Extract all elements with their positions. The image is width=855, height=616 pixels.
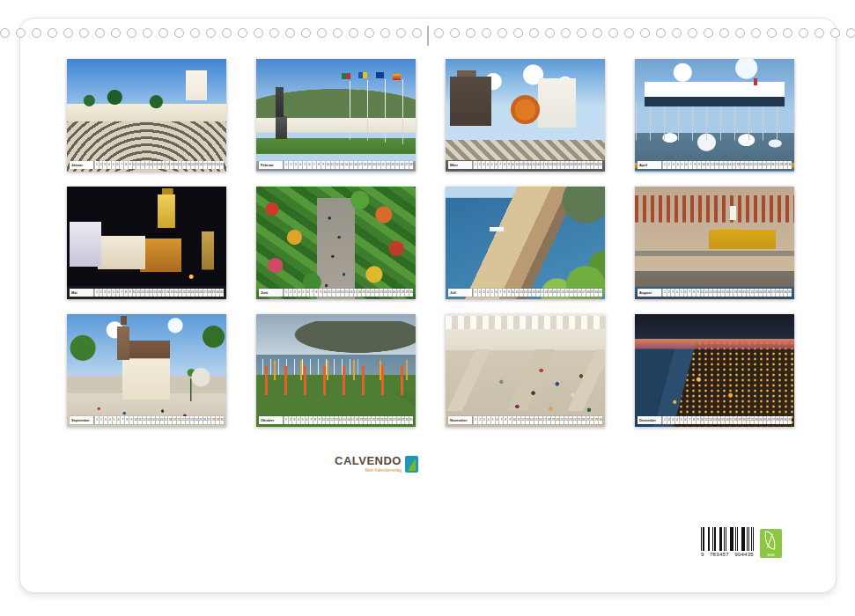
barcode-group-1: 783457	[710, 552, 729, 558]
mini-calendar-days: 1234567891011121314151617181920212223242…	[284, 416, 413, 424]
month-thumbnail-feb: Februar 12345678910111213141516171819202…	[256, 59, 416, 172]
barcode-digits: 9 783457 904435	[701, 552, 754, 558]
month-photo	[256, 59, 416, 172]
month-label: August	[638, 289, 662, 297]
binding-hole	[158, 28, 168, 38]
binding-hole	[640, 28, 650, 38]
mini-calendar-days: 1234567891011121314151617181920212223242…	[94, 161, 224, 169]
calvendo-text-block: CALVENDO Mein Kalenderverlag	[335, 455, 402, 473]
binding-hole	[672, 28, 682, 38]
binding-hole	[79, 28, 89, 38]
binding-hole	[498, 28, 507, 38]
month-label: März	[448, 161, 473, 169]
month-thumbnail-dec: Dezember 1234567891011121314151617181920…	[635, 314, 794, 427]
calendar-back-page: Januar 123456789101112131415161718192021…	[0, 0, 855, 616]
binding-hole	[577, 28, 586, 38]
binding-hole	[656, 28, 666, 38]
binding-hole	[317, 28, 327, 38]
barcode: 9 783457 904435	[699, 526, 755, 559]
binding-hole	[16, 28, 26, 38]
mini-calendar-strip: Oktober 12345678910111213141516171819202…	[259, 416, 413, 424]
month-label: April	[638, 161, 662, 169]
calvendo-tagline: Mein Kalenderverlag	[365, 468, 402, 473]
mini-calendar-strip: Januar 123456789101112131415161718192021…	[70, 161, 224, 169]
binding-hole	[799, 28, 808, 38]
month-thumbnail-jun: Juni 12345678910111213141516171819202122…	[256, 187, 416, 299]
mini-calendar-strip: November 1234567891011121314151617181920…	[448, 416, 602, 424]
barcode-digit-lead: 9	[701, 552, 704, 558]
mini-calendar-days: 1234567891011121314151617181920212223242…	[662, 161, 792, 169]
binding-hole	[814, 28, 824, 38]
binding-hole	[143, 28, 152, 38]
mini-calendar-strip: März 12345678910111213141516171819202122…	[448, 161, 602, 169]
hanger-notch	[427, 26, 429, 46]
calendar-card: Januar 123456789101112131415161718192021…	[19, 18, 837, 593]
month-thumbnail-nov: November 1234567891011121314151617181920…	[446, 314, 605, 427]
binding-hole	[269, 28, 279, 38]
month-label: Juni	[259, 289, 284, 297]
mini-calendar-strip: Juni 12345678910111213141516171819202122…	[259, 289, 413, 297]
binding-hole	[593, 28, 602, 38]
month-thumbnail-apr: April 1234567891011121314151617181920212…	[635, 59, 794, 172]
month-label: Dezember	[638, 416, 662, 424]
calvendo-logo: CALVENDO Mein Kalenderverlag	[335, 455, 418, 473]
binding-hole	[688, 28, 697, 38]
month-photo	[635, 314, 794, 427]
month-thumbnail-jan: Januar 123456789101112131415161718192021…	[67, 59, 226, 172]
binding-hole	[735, 28, 745, 38]
month-thumbnail-oct: Oktober 12345678910111213141516171819202…	[256, 314, 416, 427]
binding-hole	[111, 28, 121, 38]
binding-hole	[285, 28, 295, 38]
eco-badge: eco	[760, 529, 782, 558]
binding-hole	[190, 28, 200, 38]
month-label: Mai	[70, 289, 94, 297]
mini-calendar-strip: September 123456789101112131415161718192…	[70, 416, 224, 424]
binding-hole	[396, 28, 406, 38]
mini-calendar-days: 1234567891011121314151617181920212223242…	[473, 289, 602, 297]
binding-hole	[365, 28, 374, 38]
mini-calendar-strip: Februar 12345678910111213141516171819202…	[259, 161, 413, 169]
month-photo	[635, 59, 794, 172]
month-thumbnail-aug: August 123456789101112131415161718192021…	[635, 187, 794, 299]
month-label: Juli	[448, 289, 473, 297]
month-photo	[67, 187, 226, 299]
month-label: Januar	[70, 161, 94, 169]
mini-calendar-days: 1234567891011121314151617181920212223242…	[473, 161, 602, 169]
binding-hole	[380, 28, 390, 38]
binding-hole	[513, 28, 523, 38]
mini-calendar-strip: Mai 123456789101112131415161718192021222…	[70, 289, 224, 297]
month-photo	[446, 59, 605, 172]
eco-badge-label: eco	[760, 552, 782, 558]
binding-hole	[206, 28, 216, 38]
month-label: November	[448, 416, 473, 424]
month-label: Februar	[259, 161, 284, 169]
binding-holes-right	[434, 28, 855, 38]
binding-hole	[48, 28, 57, 38]
binding-holes-row	[31, 26, 825, 48]
binding-hole	[95, 28, 105, 38]
binding-hole	[238, 28, 247, 38]
binding-hole	[466, 28, 475, 38]
mini-calendar-days: 1234567891011121314151617181920212223242…	[94, 289, 224, 297]
binding-hole	[349, 28, 358, 38]
binding-hole	[0, 28, 10, 38]
month-photo	[446, 314, 605, 427]
binding-hole	[719, 28, 729, 38]
mini-calendar-strip: Juli 12345678910111213141516171819202122…	[448, 289, 602, 297]
month-grid: Januar 123456789101112131415161718192021…	[67, 59, 794, 427]
month-photo	[67, 314, 226, 427]
binding-hole	[608, 28, 618, 38]
binding-hole	[222, 28, 232, 38]
binding-hole	[545, 28, 555, 38]
calvendo-mark-icon	[405, 456, 418, 473]
barcode-group-2: 904435	[734, 552, 754, 558]
mini-calendar-days: 1234567891011121314151617181920212223242…	[662, 289, 792, 297]
binding-hole	[174, 28, 184, 38]
mini-calendar-days: 1234567891011121314151617181920212223242…	[284, 161, 413, 169]
month-photo	[446, 187, 605, 299]
binding-hole	[704, 28, 713, 38]
mini-calendar-days: 1234567891011121314151617181920212223242…	[473, 416, 602, 424]
binding-hole	[767, 28, 777, 38]
binding-hole	[529, 28, 539, 38]
month-photo	[256, 314, 416, 427]
